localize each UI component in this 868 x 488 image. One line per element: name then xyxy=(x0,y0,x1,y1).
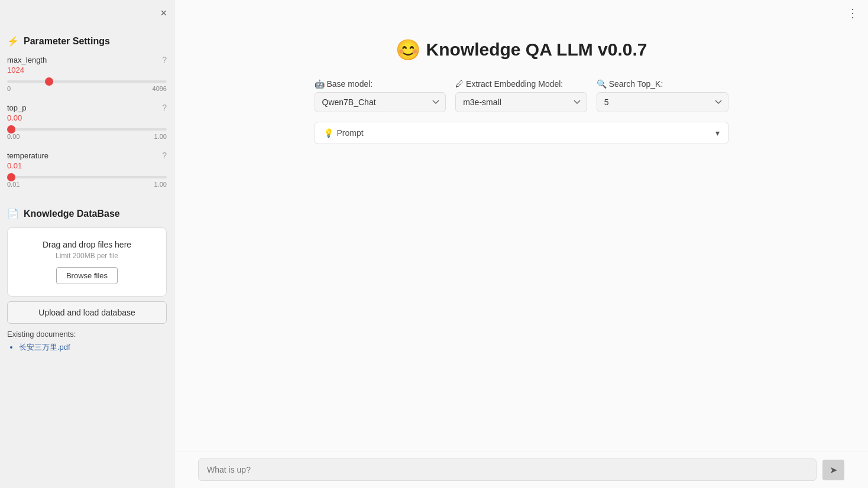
help-icon-temperature[interactable]: ? xyxy=(162,151,167,160)
dropzone-limit: Limit 200MB per file xyxy=(17,252,157,260)
app-emoji: 😊 xyxy=(396,38,420,61)
param-max-length: max_length ? 1024 0 4096 xyxy=(7,55,167,92)
param-max-length-value: 1024 xyxy=(7,66,167,74)
prompt-box[interactable]: 💡 Prompt ▾ xyxy=(315,122,728,144)
param-temperature-name: temperature xyxy=(7,151,48,160)
list-item[interactable]: 长安三万里.pdf xyxy=(19,342,167,353)
search-topk-select[interactable]: 1 2 3 4 5 10 xyxy=(597,92,728,112)
prompt-chevron-icon: ▾ xyxy=(715,128,720,138)
close-button[interactable]: × xyxy=(160,7,167,19)
param-settings-label: Parameter Settings xyxy=(24,36,110,47)
param-top-p: top_p ? 0.00 0.00 1.00 xyxy=(7,103,167,140)
parameter-settings-title: ⚡ Parameter Settings xyxy=(7,35,167,47)
sidebar: × ⚡ Parameter Settings max_length ? 1024… xyxy=(0,0,174,488)
top-p-max: 1.00 xyxy=(154,133,167,140)
max-length-max: 4096 xyxy=(153,85,167,92)
chat-input[interactable] xyxy=(198,458,817,481)
prompt-left: 💡 Prompt xyxy=(323,128,364,138)
dropzone-title: Drag and drop files here xyxy=(17,240,157,249)
send-button[interactable]: ➤ xyxy=(822,460,844,480)
top-p-slider[interactable] xyxy=(7,128,167,131)
temperature-slider[interactable] xyxy=(7,176,167,178)
embed-model-select[interactable]: m3e-small m3e-large text-embedding-ada-0… xyxy=(455,92,587,112)
base-model-group: 🤖 Base model: Qwen7B_Chat GPT-3.5 GPT-4 xyxy=(315,79,446,112)
browse-files-button[interactable]: Browse files xyxy=(56,267,118,284)
prompt-row: 💡 Prompt ▾ xyxy=(315,122,728,144)
help-icon-max-length[interactable]: ? xyxy=(162,55,167,64)
base-model-select[interactable]: Qwen7B_Chat GPT-3.5 GPT-4 xyxy=(315,92,446,112)
model-selection-row: 🤖 Base model: Qwen7B_Chat GPT-3.5 GPT-4 … xyxy=(315,79,728,112)
help-icon-top-p[interactable]: ? xyxy=(162,103,167,112)
prompt-icon: 💡 xyxy=(323,128,333,138)
main-header-bar: ⋮ xyxy=(174,0,868,26)
document-list: 长安三万里.pdf xyxy=(7,342,167,353)
param-temperature-value: 0.01 xyxy=(7,161,167,170)
base-model-label: 🤖 Base model: xyxy=(315,79,446,89)
file-dropzone[interactable]: Drag and drop files here Limit 200MB per… xyxy=(7,227,167,297)
param-max-length-name: max_length xyxy=(7,56,47,64)
embed-model-group: 🖊 Extract Embedding Model: m3e-small m3e… xyxy=(455,79,587,112)
max-length-slider[interactable] xyxy=(7,80,167,83)
existing-documents-label: Existing documents: xyxy=(7,330,167,339)
param-settings-icon: ⚡ xyxy=(7,35,19,47)
top-p-min: 0.00 xyxy=(7,133,20,140)
knowledge-database-section: 📄 Knowledge DataBase Drag and drop files… xyxy=(7,208,167,353)
search-topk-label: 🔍 Search Top_K: xyxy=(597,79,728,89)
param-top-p-value: 0.00 xyxy=(7,113,167,122)
menu-dots-button[interactable]: ⋮ xyxy=(847,6,859,20)
temperature-max: 1.00 xyxy=(154,181,167,188)
prompt-label: Prompt xyxy=(337,128,364,138)
upload-load-database-button[interactable]: Upload and load database xyxy=(7,301,167,324)
knowledge-db-title: 📄 Knowledge DataBase xyxy=(7,208,167,219)
main-content: 😊 Knowledge QA LLM v0.0.7 🤖 Base model: … xyxy=(174,26,868,451)
param-top-p-name: top_p xyxy=(7,103,27,112)
search-topk-group: 🔍 Search Top_K: 1 2 3 4 5 10 xyxy=(597,79,728,112)
app-title-text: Knowledge QA LLM v0.0.7 xyxy=(426,40,647,60)
knowledge-db-label: Knowledge DataBase xyxy=(24,209,120,219)
main-content-area: ⋮ 😊 Knowledge QA LLM v0.0.7 🤖 Base model… xyxy=(174,0,868,488)
parameter-settings-section: ⚡ Parameter Settings max_length ? 1024 0… xyxy=(7,35,167,199)
chat-input-bar: ➤ xyxy=(174,451,868,488)
param-temperature: temperature ? 0.01 0.01 1.00 xyxy=(7,151,167,188)
embed-model-label: 🖊 Extract Embedding Model: xyxy=(455,79,587,89)
max-length-min: 0 xyxy=(7,85,11,92)
temperature-min: 0.01 xyxy=(7,181,20,188)
app-title: 😊 Knowledge QA LLM v0.0.7 xyxy=(396,38,647,61)
knowledge-db-icon: 📄 xyxy=(7,208,19,219)
